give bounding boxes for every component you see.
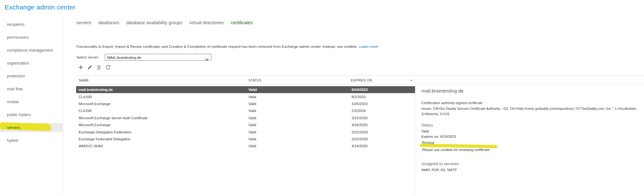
table-row[interactable]: Exchange Federated Delegation Valid 2/22… (76, 136, 415, 143)
table-row[interactable]: Exchange Delegation Federation Valid 2/2… (76, 128, 415, 135)
status-heading: Status (421, 123, 433, 127)
cell-status: Valid (248, 123, 352, 127)
sidebar-item-organization[interactable]: organization (0, 57, 63, 70)
learn-more-link[interactable]: Learn more (359, 44, 378, 49)
tab-certificates[interactable]: certificates (231, 20, 253, 26)
notice-text: Functionality to Export, Import & Renew … (76, 44, 358, 49)
certificate-description: Certification authority-signed certifica… (421, 100, 643, 117)
tab-virtual-directories[interactable]: virtual directories (189, 20, 224, 26)
sidebar-item-hybrid[interactable]: hybrid (0, 134, 63, 147)
details-panel-divider (416, 85, 416, 195)
certificates-table: mail.braintesting.de Valid 6/24/2023 CLI… (76, 85, 415, 150)
certificate-issuer: Issuer: CN=Go Daddy Secure Certificate A… (421, 106, 643, 117)
cell-status: Valid (248, 137, 352, 141)
cell-status: Valid (248, 95, 352, 99)
sidebar-item-compliance-management[interactable]: compliance management (0, 44, 63, 57)
column-header-status[interactable]: STATUS (248, 78, 262, 82)
cell-expires: 6/24/2023 (352, 88, 415, 92)
certificates-toolbar (78, 65, 111, 71)
cell-name: mail.braintesting.de (79, 88, 248, 92)
expires-on-text: Expires on: 6/24/2023 (421, 135, 456, 138)
sidebar-nav: recipients permissions compliance manage… (0, 18, 63, 147)
status-value: Valid (421, 129, 429, 133)
sidebar-item-mobile[interactable]: mobile (0, 95, 63, 108)
refresh-icon (105, 64, 111, 71)
cell-expires: 4/16/2025 (352, 123, 415, 127)
sidebar-item-public-folders[interactable]: public folders (0, 108, 63, 121)
refresh-button[interactable] (105, 65, 111, 71)
certificate-details-panel: mail.braintesting.de Certification autho… (421, 85, 643, 195)
column-header-expires-on[interactable]: EXPIRES ON (351, 78, 372, 82)
delete-trash-icon (96, 65, 102, 71)
cell-name: Exchange Federated Delegation (79, 137, 248, 141)
select-server-label: Select server: (76, 55, 99, 59)
cell-expires: 2/22/2028 (352, 130, 415, 134)
add-icon (78, 64, 84, 71)
cell-status: Valid (248, 116, 352, 120)
server-select-dropdown[interactable]: MAIL.braintesting.de (105, 54, 211, 61)
cell-name: Exchange Delegation Federation (79, 130, 248, 134)
cell-expires: 8/2/2023 (352, 95, 415, 99)
sidebar-item-permissions[interactable]: permissions (0, 31, 63, 44)
table-row[interactable]: Microsoft Exchange Server Auth Certifica… (76, 115, 415, 121)
table-row[interactable]: Microsoft Exchange Valid 10/5/2023 (76, 100, 415, 107)
assigned-services-heading: Assigned to services (421, 161, 459, 166)
server-select-value: MAIL.braintesting.de (107, 55, 141, 60)
cell-name: CLIUSR (79, 95, 248, 99)
cell-name: Microsoft Exchange Server Auth Certifica… (79, 116, 248, 120)
table-row[interactable]: mail.braintesting.de Valid 6/24/2023 (76, 86, 415, 93)
certificate-title: mail.braintesting.de (421, 88, 464, 94)
cell-status: Valid (248, 102, 352, 106)
edit-button[interactable] (87, 65, 93, 71)
cell-expires: 4/14/2030 (352, 144, 415, 148)
yellow-highlighter-swoosh (420, 144, 497, 148)
tab-databases[interactable]: databases (98, 20, 119, 26)
sidebar-item-mail-flow[interactable]: mail flow (0, 82, 63, 95)
table-row[interactable]: CLIUSR Valid 2/3/2024 (76, 107, 415, 114)
cell-status: Valid (248, 109, 352, 113)
page-title: Exchange admin center (5, 3, 75, 11)
sidebar-divider (63, 15, 63, 195)
add-button[interactable] (78, 65, 84, 71)
cell-expires: 2/3/2024 (352, 109, 415, 113)
sidebar-item-recipients[interactable]: recipients (0, 18, 63, 31)
cell-expires: 2/22/2028 (352, 137, 415, 141)
cell-status: Valid (248, 144, 352, 148)
cmdlets-notice: Functionality to Export, Import & Renew … (76, 44, 378, 49)
table-row[interactable]: CLIUSR Valid 8/2/2023 (76, 93, 415, 100)
cell-name: WMSVC-SHA2 (79, 144, 248, 148)
cell-status: Valid (248, 130, 352, 134)
cell-name: CLIUSR (79, 109, 248, 113)
tab-database-availability-groups[interactable]: database availability groups (126, 20, 182, 26)
sidebar-item-servers[interactable]: servers (0, 121, 63, 134)
table-header: NAME STATUS EXPIRES ON ▲ (76, 76, 644, 84)
delete-button[interactable] (96, 65, 102, 71)
column-header-name[interactable]: NAME (79, 78, 89, 82)
renew-cmdlets-note: Please use cmdlets for renewing certific… (422, 148, 490, 152)
tab-servers[interactable]: servers (76, 20, 92, 26)
edit-pencil-icon (87, 64, 93, 71)
cell-expires: 3/21/2025 (352, 116, 415, 120)
chevron-down-icon (205, 56, 209, 62)
assigned-services-value: IMAP, POP, IIS, SMTP (421, 168, 457, 172)
cell-name: Microsoft Exchange (79, 123, 248, 127)
table-row[interactable]: WMSVC-SHA2 Valid 4/14/2030 (76, 143, 415, 149)
certificate-type: Certification authority-signed certifica… (421, 100, 643, 106)
cell-expires: 10/5/2023 (352, 102, 415, 106)
cell-status: Valid (248, 88, 352, 92)
table-row[interactable]: Microsoft Exchange Valid 4/16/2025 (76, 121, 415, 128)
sort-ascending-icon[interactable]: ▲ (410, 79, 413, 81)
sidebar-item-protection[interactable]: protection (0, 70, 63, 82)
cell-name: Microsoft Exchange (79, 102, 248, 106)
section-tabs: servers databases database availability … (76, 20, 253, 26)
